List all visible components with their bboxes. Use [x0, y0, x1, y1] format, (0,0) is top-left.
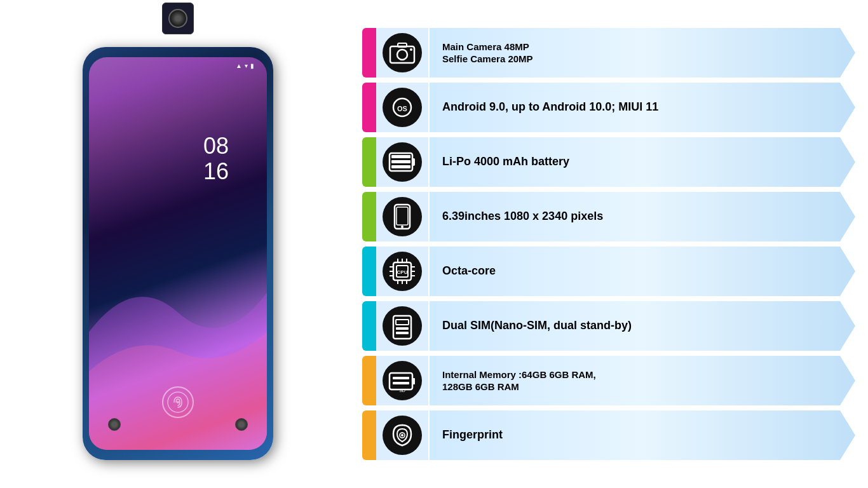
icon-container-os: OS — [376, 83, 428, 132]
svg-rect-36 — [393, 377, 409, 379]
svg-point-40 — [401, 434, 403, 437]
popup-camera — [162, 3, 194, 34]
svg-rect-37 — [393, 382, 409, 384]
bottom-phone-area — [108, 418, 248, 431]
battery-icon — [383, 142, 422, 182]
text-bar-battery: Li-Po 4000 mAh battery — [430, 137, 855, 187]
text-bar-os: Android 9.0, up to Android 10.0; MIUI 11 — [430, 83, 855, 132]
icon-container-memory: SD — [376, 356, 428, 405]
accent-block-camera — [362, 28, 376, 78]
sim-icon — [383, 306, 422, 346]
spec-row-os: OS Android 9.0, up to Android 10.0; MIUI… — [362, 83, 855, 132]
svg-rect-9 — [412, 158, 415, 166]
camera-icon — [383, 33, 422, 72]
svg-rect-14 — [397, 207, 408, 225]
spec-text-fingerprint: Fingerprint — [442, 428, 503, 442]
spec-text-os: Android 9.0, up to Android 10.0; MIUI 11 — [442, 100, 658, 114]
accent-block-display — [362, 192, 376, 241]
spec-text-display: 6.39inches 1080 x 2340 pixels — [442, 209, 603, 224]
accent-block-memory — [362, 356, 376, 405]
spec-row-memory: SD Internal Memory :64GB 6GB RAM,128GB 6… — [362, 356, 855, 405]
accent-block-cpu — [362, 247, 376, 296]
icon-container-fingerprint — [376, 410, 428, 460]
svg-rect-12 — [391, 165, 410, 168]
icon-container-battery — [376, 137, 428, 187]
svg-rect-10 — [391, 155, 410, 158]
svg-point-5 — [410, 48, 412, 51]
svg-rect-32 — [396, 320, 409, 325]
display-icon — [383, 197, 422, 236]
text-bar-memory: Internal Memory :64GB 6GB RAM,128GB 6GB … — [430, 356, 855, 405]
wifi-icon: ▾ — [245, 62, 248, 69]
svg-rect-4 — [398, 43, 407, 47]
svg-rect-33 — [396, 327, 409, 330]
os-icon: OS — [383, 88, 422, 127]
spec-text-sim: Dual SIM(Nano-SIM, dual stand-by) — [442, 318, 632, 333]
svg-rect-38 — [412, 378, 415, 384]
svg-rect-11 — [391, 160, 410, 163]
spec-row-camera: Main Camera 48MPSelfie Camera 20MP — [362, 28, 855, 78]
memory-icon: SD — [383, 361, 422, 400]
bottom-left-cam — [108, 418, 121, 431]
popup-camera-lens — [168, 9, 187, 28]
svg-rect-35 — [390, 373, 412, 390]
text-bar-camera: Main Camera 48MPSelfie Camera 20MP — [430, 28, 855, 78]
phone-device: DESIGNED BY XIAOMI ▲ ▾ ▮ 08 16 — [83, 28, 273, 460]
spec-text-memory: Internal Memory :64GB 6GB RAM,128GB 6GB … — [442, 369, 596, 393]
battery-icon: ▮ — [250, 62, 254, 69]
screen-time: 08 16 — [203, 133, 229, 184]
text-bar-sim: Dual SIM(Nano-SIM, dual stand-by) — [430, 301, 855, 351]
accent-block-battery — [362, 137, 376, 187]
in-screen-fingerprint — [162, 386, 194, 418]
status-bar: ▲ ▾ ▮ — [236, 62, 254, 69]
svg-point-3 — [397, 50, 407, 60]
spec-row-fingerprint: Fingerprint — [362, 410, 855, 460]
bottom-right-cam — [235, 418, 248, 431]
spec-row-battery: Li-Po 4000 mAh battery — [362, 137, 855, 187]
svg-text:CPU: CPU — [397, 269, 408, 275]
icon-container-camera — [376, 28, 428, 78]
accent-block-sim — [362, 301, 376, 351]
icon-container-display — [376, 192, 428, 241]
accent-block-os — [362, 83, 376, 132]
text-bar-display: 6.39inches 1080 x 2340 pixels — [430, 192, 855, 241]
phone-body: DESIGNED BY XIAOMI ▲ ▾ ▮ 08 16 — [83, 47, 273, 460]
spec-text-camera: Main Camera 48MPSelfie Camera 20MP — [442, 41, 533, 65]
svg-point-15 — [401, 226, 403, 228]
spec-row-sim: Dual SIM(Nano-SIM, dual stand-by) — [362, 301, 855, 351]
svg-rect-34 — [396, 332, 409, 334]
signal-icon: ▲ — [236, 62, 242, 69]
svg-text:SD: SD — [399, 388, 405, 393]
spec-text-cpu: Octa-core — [442, 264, 496, 278]
text-bar-cpu: Octa-core — [430, 247, 855, 296]
phone-screen: ▲ ▾ ▮ 08 16 — [89, 57, 267, 450]
cpu-icon: CPU — [383, 252, 422, 291]
specs-section: Main Camera 48MPSelfie Camera 20MP OS An… — [356, 0, 868, 488]
spec-text-battery: Li-Po 4000 mAh battery — [442, 154, 569, 169]
svg-text:OS: OS — [397, 105, 407, 112]
spec-row-cpu: CPU Octa-core — [362, 247, 855, 296]
icon-container-cpu: CPU — [376, 247, 428, 296]
phone-section: DESIGNED BY XIAOMI ▲ ▾ ▮ 08 16 — [0, 0, 356, 488]
icon-container-sim — [376, 301, 428, 351]
fingerprint-icon — [383, 416, 422, 455]
spec-row-display: 6.39inches 1080 x 2340 pixels — [362, 192, 855, 241]
accent-block-fingerprint — [362, 410, 376, 460]
text-bar-fingerprint: Fingerprint — [430, 410, 855, 460]
svg-point-1 — [177, 401, 179, 403]
